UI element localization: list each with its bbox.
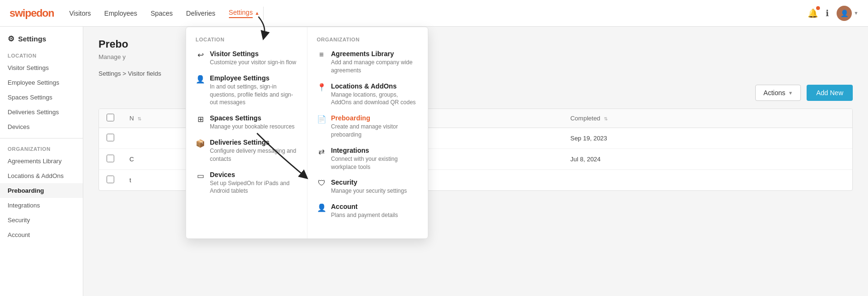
dropdown-deliveries-settings-desc: Configure delivery messaging and contact… bbox=[210, 147, 297, 163]
dropdown-preboarding-desc: Create and manage visitor preboarding bbox=[331, 123, 419, 139]
locations-addons-icon: 📍 bbox=[317, 83, 326, 92]
row-checkbox-3[interactable] bbox=[107, 176, 114, 183]
table-cell-checkbox-2 bbox=[99, 149, 122, 170]
dropdown-agreements-desc: Add and manage company wide agreements bbox=[331, 59, 419, 75]
dropdown-item-employee-settings[interactable]: 👤 Employee Settings In and out settings,… bbox=[196, 74, 297, 107]
table-cell-completed-1: Sep 19, 2023 bbox=[562, 128, 852, 149]
dropdown-visitor-settings-desc: Customize your visitor sign-in flow bbox=[210, 59, 296, 67]
nav-divider bbox=[263, 7, 264, 20]
nav-spaces[interactable]: Spaces bbox=[150, 8, 173, 19]
avatar-caret-icon[interactable]: ▼ bbox=[854, 10, 858, 16]
main-layout: ⚙ Settings LOCATION Visitor Settings Emp… bbox=[0, 27, 868, 296]
dropdown-col-organization: ORGANIZATION ≡ Agreements Library Add an… bbox=[307, 27, 428, 238]
dropdown-spaces-settings-desc: Manage your bookable resources bbox=[210, 123, 295, 131]
row-checkbox-1[interactable] bbox=[107, 134, 114, 141]
nav-settings[interactable]: Settings ▲ bbox=[229, 9, 260, 18]
dropdown-integrations-desc: Connect with your existing workplace too… bbox=[331, 155, 419, 171]
settings-caret-icon: ▲ bbox=[255, 10, 259, 16]
dropdown-item-agreements[interactable]: ≡ Agreements Library Add and manage comp… bbox=[317, 50, 419, 75]
avatar[interactable]: 👤 bbox=[837, 6, 852, 21]
sidebar-item-account[interactable]: Account bbox=[0, 227, 83, 242]
dropdown-item-devices[interactable]: ▭ Devices Set up SwipedOn for iPads and … bbox=[196, 171, 297, 196]
table-cell-completed-2: Jul 8, 2024 bbox=[562, 149, 852, 170]
nav-employees[interactable]: Employees bbox=[104, 8, 137, 19]
dropdown-employee-settings-desc: In and out settings, sign-in questions, … bbox=[210, 83, 297, 107]
nav-visitors[interactable]: Visitors bbox=[69, 8, 91, 19]
dropdown-security-desc: Manage your security settings bbox=[331, 187, 407, 195]
sidebar-item-deliveries-settings[interactable]: Deliveries Settings bbox=[0, 105, 83, 119]
sidebar-section-location-label: LOCATION bbox=[0, 49, 83, 60]
dropdown-item-integrations[interactable]: ⇄ Integrations Connect with your existin… bbox=[317, 147, 419, 171]
dropdown-employee-settings-title: Employee Settings bbox=[210, 74, 297, 82]
sidebar-item-security[interactable]: Security bbox=[0, 213, 83, 227]
dropdown-item-security[interactable]: 🛡 Security Manage your security settings bbox=[317, 178, 419, 195]
security-icon: 🛡 bbox=[317, 179, 326, 187]
table-col-checkbox bbox=[99, 109, 122, 128]
sidebar-item-integrations[interactable]: Integrations bbox=[0, 198, 83, 213]
dropdown-account-desc: Plans and payment details bbox=[331, 211, 398, 219]
notification-bell-icon[interactable]: 🔔 bbox=[808, 8, 818, 19]
sidebar-item-devices[interactable]: Devices bbox=[0, 119, 83, 134]
dropdown-item-spaces-settings[interactable]: ⊞ Spaces Settings Manage your bookable r… bbox=[196, 114, 297, 131]
sidebar-divider bbox=[0, 138, 83, 138]
select-all-checkbox[interactable] bbox=[107, 114, 114, 121]
nav-items: Visitors Employees Spaces Deliveries Set… bbox=[69, 8, 259, 19]
dropdown-item-deliveries-settings[interactable]: 📦 Deliveries Settings Configure delivery… bbox=[196, 138, 297, 163]
sidebar-item-preboarding[interactable]: Preboarding bbox=[0, 183, 83, 198]
table-cell-checkbox-3 bbox=[99, 170, 122, 191]
preboarding-icon: 📄 bbox=[317, 115, 326, 124]
dropdown-item-account[interactable]: 👤 Account Plans and payment details bbox=[317, 203, 419, 219]
agreements-icon: ≡ bbox=[317, 50, 326, 59]
logo[interactable]: swipedon bbox=[10, 7, 54, 20]
table-col-completed: Completed ⇅ bbox=[562, 109, 852, 128]
integrations-icon: ⇄ bbox=[317, 147, 326, 156]
sidebar-item-spaces-settings[interactable]: Spaces Settings bbox=[0, 90, 83, 105]
actions-chevron-icon: ▼ bbox=[788, 90, 793, 96]
dropdown-visitor-settings-title: Visitor Settings bbox=[210, 50, 296, 58]
row-checkbox-2[interactable] bbox=[107, 155, 114, 162]
sidebar-item-visitor-settings[interactable]: Visitor Settings bbox=[0, 60, 83, 75]
sidebar-section-org-label: ORGANIZATION bbox=[0, 142, 83, 154]
dropdown-devices-title: Devices bbox=[210, 171, 297, 178]
sidebar-item-employee-settings[interactable]: Employee Settings bbox=[0, 75, 83, 90]
sidebar-title: Settings bbox=[18, 35, 46, 43]
visitor-settings-icon: ↩ bbox=[196, 50, 205, 59]
sort-icon-name: ⇅ bbox=[138, 116, 141, 121]
nav-settings-label: Settings bbox=[229, 9, 253, 18]
logo-text: swipedon bbox=[10, 7, 54, 20]
settings-dropdown-menu: LOCATION ↩ Visitor Settings Customize yo… bbox=[186, 27, 428, 239]
notification-badge bbox=[816, 6, 820, 10]
add-new-button[interactable]: Add New bbox=[807, 85, 853, 101]
dropdown-agreements-title: Agreements Library bbox=[331, 50, 419, 58]
spaces-settings-icon: ⊞ bbox=[196, 115, 205, 124]
sort-icon-completed: ⇅ bbox=[604, 116, 608, 121]
dropdown-locations-desc: Manage locations, groups, AddOns and dow… bbox=[331, 91, 419, 107]
dropdown-location-header: LOCATION bbox=[196, 37, 297, 42]
account-icon: 👤 bbox=[317, 203, 326, 212]
devices-icon: ▭ bbox=[196, 171, 205, 180]
info-icon[interactable]: ℹ bbox=[826, 8, 829, 19]
dropdown-organization-header: ORGANIZATION bbox=[317, 37, 419, 42]
sidebar-header: ⚙ Settings bbox=[0, 34, 83, 49]
dropdown-security-title: Security bbox=[331, 178, 407, 186]
employee-settings-icon: 👤 bbox=[196, 75, 205, 84]
nav-deliveries[interactable]: Deliveries bbox=[186, 8, 215, 19]
dropdown-devices-desc: Set up SwipedOn for iPads and Android ta… bbox=[210, 179, 297, 196]
table-cell-checkbox bbox=[99, 128, 122, 149]
breadcrumb-text: Settings > Visitor fields bbox=[99, 70, 161, 77]
nav-right-actions: 🔔 ℹ 👤 ▼ bbox=[808, 6, 858, 21]
sidebar-item-locations[interactable]: Locations & AddOns bbox=[0, 168, 83, 183]
table-cell-completed-3 bbox=[562, 170, 852, 191]
dropdown-locations-title: Locations & AddOns bbox=[331, 82, 419, 90]
dropdown-integrations-title: Integrations bbox=[331, 147, 419, 154]
actions-button[interactable]: Actions ▼ bbox=[755, 85, 801, 101]
dropdown-spaces-settings-title: Spaces Settings bbox=[210, 114, 295, 122]
dropdown-item-locations-addons[interactable]: 📍 Locations & AddOns Manage locations, g… bbox=[317, 82, 419, 107]
gear-icon: ⚙ bbox=[8, 34, 14, 43]
dropdown-item-preboarding[interactable]: 📄 Preboarding Create and manage visitor … bbox=[317, 114, 419, 139]
dropdown-item-visitor-settings[interactable]: ↩ Visitor Settings Customize your visito… bbox=[196, 50, 297, 67]
actions-button-label: Actions bbox=[763, 89, 785, 97]
sidebar-item-agreements[interactable]: Agreements Library bbox=[0, 154, 83, 168]
dropdown-preboarding-title: Preboarding bbox=[331, 114, 419, 122]
dropdown-col-location: LOCATION ↩ Visitor Settings Customize yo… bbox=[186, 27, 307, 238]
